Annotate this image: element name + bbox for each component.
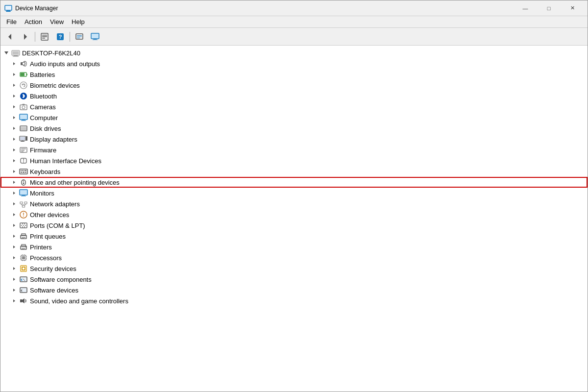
- monitors-expand-icon[interactable]: [10, 189, 18, 197]
- tree-item-ports[interactable]: Ports (COM & LPT): [0, 220, 588, 231]
- batteries-expand-icon[interactable]: [10, 71, 18, 78]
- network-expand-icon[interactable]: [10, 200, 18, 208]
- ports-icon: [19, 221, 28, 230]
- display-expand-icon[interactable]: [10, 135, 18, 143]
- svg-marker-58: [13, 148, 15, 151]
- tree-item-bluetooth[interactable]: Bluetooth: [0, 91, 588, 101]
- svg-rect-27: [13, 54, 19, 54]
- cameras-label: Cameras: [30, 103, 56, 111]
- tree-item-batteries[interactable]: Batteries: [0, 69, 588, 80]
- svg-rect-43: [20, 115, 27, 119]
- biometric-expand-icon[interactable]: [10, 81, 18, 89]
- sound-expand-icon[interactable]: [10, 297, 18, 305]
- tree-item-disk[interactable]: Disk drives: [0, 123, 588, 134]
- menu-view[interactable]: View: [46, 17, 68, 26]
- tree-item-cameras[interactable]: Cameras: [0, 101, 588, 112]
- software-dev-expand-icon[interactable]: [10, 286, 18, 294]
- tree-item-network[interactable]: Network adapters: [0, 198, 588, 209]
- other-expand-icon[interactable]: [10, 211, 18, 219]
- bluetooth-expand-icon[interactable]: [10, 92, 18, 100]
- tree-item-sound[interactable]: Sound, video and game controllers: [0, 295, 588, 306]
- software-comp-label: Software components: [30, 276, 92, 283]
- hid-expand-icon[interactable]: [10, 157, 18, 165]
- maximize-button[interactable]: □: [538, 0, 560, 16]
- svg-rect-74: [23, 172, 24, 173]
- disk-expand-icon[interactable]: [10, 124, 18, 132]
- svg-marker-41: [13, 116, 15, 119]
- svg-rect-86: [20, 202, 23, 204]
- tree-item-mice[interactable]: Mice and other pointing devices: [0, 177, 588, 188]
- tree-item-printers[interactable]: Printers: [0, 242, 588, 252]
- svg-marker-52: [13, 138, 15, 141]
- help-button[interactable]: ?: [53, 30, 68, 44]
- svg-marker-67: [13, 170, 15, 173]
- svg-rect-118: [22, 256, 25, 259]
- security-expand-icon[interactable]: [10, 265, 18, 272]
- network-icon: [19, 199, 28, 208]
- svg-marker-85: [13, 202, 15, 205]
- menu-file[interactable]: File: [2, 17, 21, 26]
- processors-label: Processors: [30, 254, 62, 262]
- tree-item-security[interactable]: Security devices: [0, 263, 588, 274]
- update-driver-button[interactable]: [72, 30, 87, 44]
- close-button[interactable]: ✕: [561, 0, 584, 16]
- menu-help[interactable]: Help: [68, 17, 89, 26]
- processors-icon: [19, 253, 28, 262]
- biometric-icon: [19, 81, 28, 90]
- menu-action[interactable]: Action: [21, 17, 46, 26]
- audio-expand-icon[interactable]: [10, 60, 18, 68]
- tree-item-processors[interactable]: Processors: [0, 252, 588, 263]
- root-expand-icon[interactable]: [2, 49, 10, 57]
- forward-button[interactable]: [18, 30, 33, 44]
- svg-rect-109: [22, 238, 24, 239]
- firmware-expand-icon[interactable]: [10, 146, 18, 154]
- svg-rect-45: [21, 121, 26, 121]
- app-icon: [4, 4, 12, 12]
- toolbar-separator-2: [70, 32, 70, 42]
- tree-item-biometric[interactable]: Biometric devices: [0, 80, 588, 91]
- tree-view[interactable]: DESKTOP-F6K2L40 Audio inputs and outputs: [0, 46, 588, 392]
- tree-item-firmware[interactable]: Firmware: [0, 145, 588, 155]
- tree-item-keyboards[interactable]: Keyboards: [0, 166, 588, 177]
- display-button[interactable]: [88, 30, 102, 44]
- processors-expand-icon[interactable]: [10, 254, 18, 262]
- properties-button[interactable]: [37, 30, 52, 44]
- keyboards-expand-icon[interactable]: [10, 168, 18, 175]
- computer-icon: [19, 113, 28, 122]
- svg-marker-96: [13, 224, 15, 227]
- tree-item-hid[interactable]: Human Interface Devices: [0, 155, 588, 166]
- software-comp-expand-icon[interactable]: [10, 275, 18, 283]
- tree-item-printqueue[interactable]: Print queues: [0, 231, 588, 242]
- security-icon: [19, 264, 28, 273]
- tree-item-monitors[interactable]: Monitors: [0, 188, 588, 198]
- svg-rect-32: [26, 74, 27, 75]
- mice-expand-icon[interactable]: [10, 178, 18, 186]
- printers-expand-icon[interactable]: [10, 243, 18, 251]
- tree-item-audio[interactable]: Audio inputs and outputs: [0, 58, 588, 69]
- ports-expand-icon[interactable]: [10, 221, 18, 229]
- svg-rect-69: [21, 170, 22, 171]
- svg-rect-56: [22, 141, 24, 141]
- svg-text:!: !: [23, 212, 24, 218]
- computer-expand-icon[interactable]: [10, 114, 18, 122]
- svg-rect-84: [21, 196, 26, 196]
- tree-item-software-dev[interactable]: Software devices: [0, 285, 588, 295]
- minimize-button[interactable]: —: [514, 0, 537, 16]
- tree-root[interactable]: DESKTOP-F6K2L40: [0, 48, 588, 58]
- svg-marker-137: [13, 289, 15, 292]
- tree-item-display[interactable]: Display adapters: [0, 134, 588, 145]
- cameras-expand-icon[interactable]: [10, 103, 18, 111]
- tree-item-computer[interactable]: Computer: [0, 112, 588, 123]
- sound-icon: [19, 296, 28, 305]
- printqueue-expand-icon[interactable]: [10, 232, 18, 240]
- svg-rect-8: [42, 36, 47, 37]
- svg-rect-70: [22, 170, 23, 171]
- svg-rect-25: [13, 52, 19, 52]
- tree-item-software-comp[interactable]: Software components: [0, 274, 588, 285]
- svg-point-115: [25, 246, 26, 247]
- back-button[interactable]: [2, 30, 17, 44]
- content-area: DESKTOP-F6K2L40 Audio inputs and outputs: [0, 46, 588, 392]
- tree-item-other[interactable]: ! Other devices: [0, 209, 588, 220]
- svg-marker-5: [24, 34, 27, 40]
- svg-rect-113: [22, 248, 25, 248]
